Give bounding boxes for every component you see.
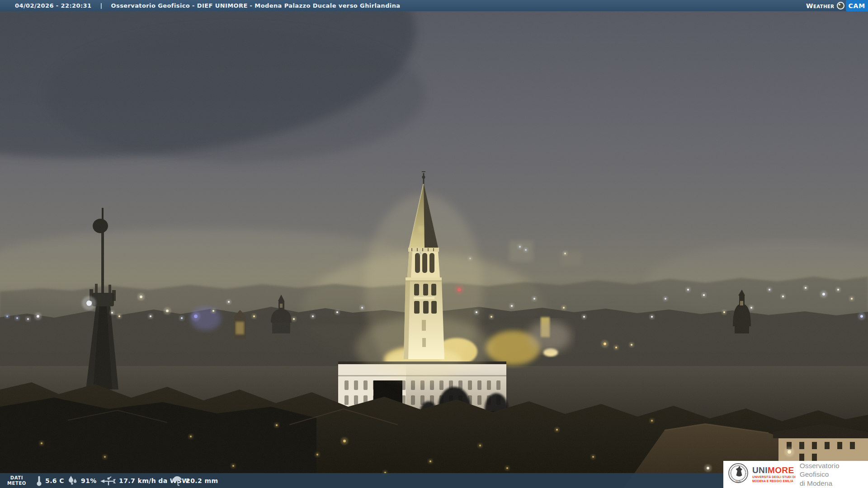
noise-overlay [0,0,868,488]
cam-badge: CAM [846,0,868,11]
university-line1: UNIVERSITÀ DEGLI STUDI DI [752,475,796,479]
humidity-drops-icon [68,476,78,486]
wind-vane-icon [100,475,116,486]
dati-meteo-label: DATI METEO [7,473,26,488]
humidity-value: 91% [81,477,97,484]
temperature-value: 5.6 C [45,477,64,484]
temperature-readout: 5.6 C [36,473,64,488]
meteo-line: METEO [7,481,26,486]
timestamp: 04/02/2026 - 22:20:31 [15,2,91,9]
unimore-wordmark: UNIMORE UNIVERSITÀ DEGLI STUDI DI MODENA… [752,466,796,483]
webcam-page: 04/02/2026 - 22:20:31 | Osservatorio Geo… [0,0,868,488]
webcam-photo [0,0,868,488]
rain-readout: 20.2 mm [172,473,218,488]
unimore-more: MORE [768,465,794,475]
header-bar: 04/02/2026 - 22:20:31 | Osservatorio Geo… [0,0,868,11]
observatory-line2: di Modena [800,479,868,488]
observatory-name: Osservatorio Geofisico di Modena [800,461,868,488]
webcam-lens-icon [837,2,844,9]
unimore-seal-icon: 1175 [727,463,749,486]
unimore-uni: UNI [752,465,768,475]
camera-title: Osservatorio Geofisico - DIEF UNIMORE - … [111,2,401,9]
dati-line: DATI [10,475,23,481]
seal-year: 1175 [736,480,741,483]
lens-highlight [839,4,840,5]
rain-umbrella-icon [170,474,184,487]
weather-cam-logo: Weather CAM [806,0,868,11]
rain-value: 20.2 mm [186,477,218,484]
separator: | [100,2,102,9]
unimore-logo-box: 1175 UNIMORE UNIVERSITÀ DEGLI STUDI DI M… [723,461,868,488]
observatory-line1: Osservatorio Geofisico [800,461,868,479]
university-line2: MODENA E REGGIO EMILIA [752,479,796,483]
weather-label: Weather [806,2,834,9]
thermometer-icon [36,475,42,486]
humidity-readout: 91% [68,473,97,488]
